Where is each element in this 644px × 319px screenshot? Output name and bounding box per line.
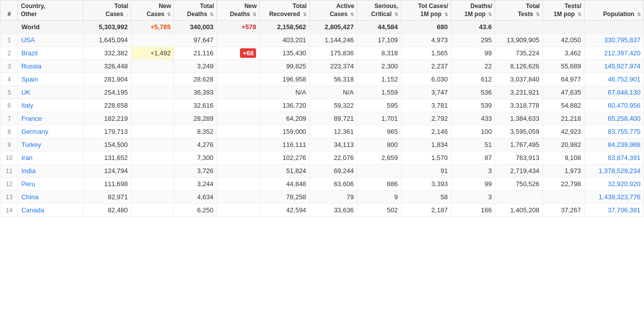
country-link[interactable]: France (21, 115, 41, 122)
row-population: 1,378,529,234 (584, 165, 643, 178)
country-link[interactable]: Iran (21, 154, 32, 162)
new-cases-cell (131, 99, 174, 112)
row-population: 65,258,400 (584, 112, 643, 125)
row-country[interactable]: UK (18, 86, 84, 99)
row-population: 212,397,420 (584, 47, 643, 60)
row-tot-cases-1m: 1,565 (401, 47, 451, 60)
row-country[interactable]: France (18, 112, 84, 125)
col-total-recovered[interactable]: TotalRecovered ⇅ (260, 1, 309, 21)
new-deaths-cell (217, 73, 260, 86)
row-population: 84,239,988 (584, 138, 643, 151)
row-total-tests: 1,767,495 (495, 138, 543, 151)
row-country[interactable]: Turkey (18, 138, 84, 151)
row-total-tests: 1,384,633 (495, 112, 543, 125)
row-active-cases: N/A (309, 86, 357, 99)
col-total-deaths[interactable]: TotalDeaths ⇅ (174, 1, 217, 21)
row-total-deaths: 3,726 (174, 165, 217, 178)
row-country[interactable]: Brazil (18, 47, 84, 60)
row-serious-critical: 1,701 (357, 112, 401, 125)
country-link[interactable]: Canada (21, 206, 44, 214)
country-link[interactable]: Turkey (21, 141, 41, 148)
new-deaths-cell (217, 99, 260, 112)
col-new-deaths[interactable]: NewDeaths ⇅ (217, 1, 260, 21)
row-tot-cases-1m: 1,834 (401, 138, 451, 151)
world-serious-critical: 44,584 (357, 21, 401, 34)
table-row: 1 USA 1,645,094 97,647 403,201 1,144,246… (1, 34, 644, 47)
row-country[interactable]: Iran (18, 151, 84, 165)
world-population (584, 21, 643, 34)
row-active-cases: 63,606 (309, 178, 357, 191)
row-active-cases: 1,144,246 (309, 34, 357, 47)
row-total-deaths: 97,647 (174, 34, 217, 47)
row-country[interactable]: Italy (18, 99, 84, 112)
world-new-cases: +5,785 (131, 21, 174, 34)
table-row: 13 China 82,971 4,634 78,258 79 9 58 3 1… (1, 191, 644, 204)
row-deaths-1m: 99 (451, 178, 495, 191)
row-country[interactable]: Spain (18, 73, 84, 86)
country-link[interactable]: Spain (21, 75, 38, 83)
row-deaths-1m: 166 (451, 204, 495, 217)
col-total-tests[interactable]: TotalTests ⇅ (495, 1, 543, 21)
row-total-recovered: 403,201 (260, 34, 309, 47)
new-deaths-cell (217, 112, 260, 125)
row-total-cases: 154,500 (84, 138, 131, 151)
row-tot-cases-1m: 3,747 (401, 86, 451, 99)
new-cases-cell (131, 86, 174, 99)
col-serious-critical[interactable]: Serious,Critical ⇅ (357, 1, 401, 21)
world-total-cases: 5,303,992 (84, 21, 131, 34)
row-num: 9 (1, 138, 18, 151)
country-link[interactable]: UK (21, 89, 30, 96)
row-tot-cases-1m: 2,237 (401, 60, 451, 73)
col-tot-cases-1m[interactable]: Tot Cases/1M pop ⇅ (401, 1, 451, 21)
col-total-cases[interactable]: TotalCases ↓ (84, 1, 131, 21)
row-active-cases: 69,244 (309, 165, 357, 178)
table-row: 9 Turkey 154,500 4,276 116,111 34,113 80… (1, 138, 644, 151)
country-link[interactable]: Brazil (21, 49, 38, 57)
row-total-deaths: 32,616 (174, 99, 217, 112)
col-country[interactable]: Country,Other (18, 1, 84, 21)
col-tests-1m[interactable]: Tests/1M pop ⇅ (542, 1, 584, 21)
row-active-cases: 89,721 (309, 112, 357, 125)
row-country[interactable]: Russia (18, 60, 84, 73)
col-deaths-1m[interactable]: Deaths/1M pop ⇅ (451, 1, 495, 21)
row-num: 1 (1, 34, 18, 47)
row-total-recovered: 99,825 (260, 60, 309, 73)
country-link[interactable]: Italy (21, 102, 33, 109)
col-new-cases[interactable]: NewCases ⇅ (131, 1, 174, 21)
row-active-cases: 34,113 (309, 138, 357, 151)
row-country[interactable]: India (18, 165, 84, 178)
row-deaths-1m: 100 (451, 125, 495, 138)
row-total-recovered: 135,430 (260, 47, 309, 60)
row-total-recovered: 116,111 (260, 138, 309, 151)
row-country[interactable]: USA (18, 34, 84, 47)
row-total-cases: 82,480 (84, 204, 131, 217)
col-population[interactable]: Population ⇅ (584, 1, 643, 21)
col-num[interactable]: # (1, 1, 18, 21)
country-link[interactable]: Germany (21, 128, 48, 135)
row-total-cases: 179,713 (84, 125, 131, 138)
table-header-row: # Country,Other TotalCases ↓ NewCases ⇅ … (1, 1, 644, 21)
country-link[interactable]: China (21, 193, 38, 201)
row-deaths-1m: 612 (451, 73, 495, 86)
row-deaths-1m: 51 (451, 138, 495, 151)
new-cases-cell (131, 151, 174, 165)
row-total-recovered: N/A (260, 86, 309, 99)
country-link[interactable]: India (21, 167, 35, 175)
row-total-tests (495, 191, 543, 204)
row-country[interactable]: Peru (18, 178, 84, 191)
row-num: 6 (1, 99, 18, 112)
row-deaths-1m: 433 (451, 112, 495, 125)
country-link[interactable]: Russia (21, 62, 41, 70)
country-link[interactable]: Peru (21, 180, 35, 188)
row-total-deaths: 3,244 (174, 178, 217, 191)
row-population: 1,439,323,776 (584, 191, 643, 204)
row-tests-1m: 42,923 (542, 125, 584, 138)
world-total-tests (495, 21, 543, 34)
table-row: 12 Peru 111,698 3,244 44,848 63,606 886 … (1, 178, 644, 191)
col-active-cases[interactable]: ActiveCases ⇅ (309, 1, 357, 21)
row-country[interactable]: Germany (18, 125, 84, 138)
world-total-deaths: 340,003 (174, 21, 217, 34)
row-country[interactable]: China (18, 191, 84, 204)
country-link[interactable]: USA (21, 36, 35, 44)
row-country[interactable]: Canada (18, 204, 84, 217)
